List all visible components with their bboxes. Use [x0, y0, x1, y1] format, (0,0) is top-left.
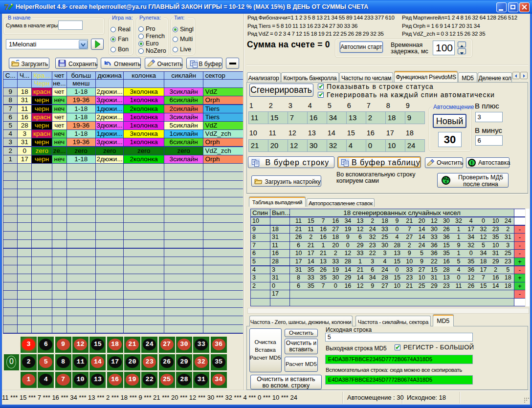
svg-text:7: 7	[4, 2, 9, 12]
